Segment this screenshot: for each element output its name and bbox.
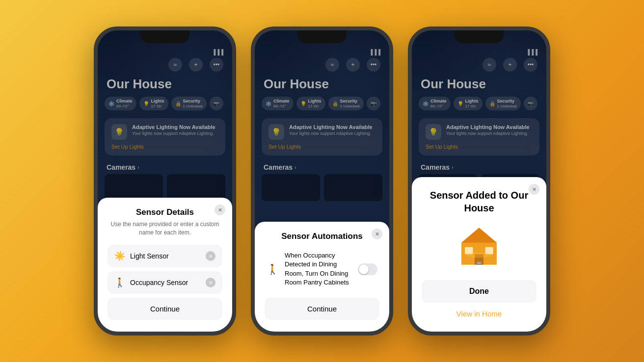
svg-marker-1 xyxy=(461,228,497,243)
sensor-added-sheet: ✕ Sensor Added to Our House xyxy=(412,177,546,332)
house-illustration xyxy=(457,224,501,268)
svg-point-5 xyxy=(466,253,492,258)
occupancy-auto-icon: 🚶 xyxy=(267,263,279,275)
occupancy-sensor-name: Occupancy Sensor xyxy=(130,279,188,286)
sheet-title-1: Sensor Details xyxy=(107,207,222,217)
sensor-left-occupancy: 🚶 Occupancy Sensor xyxy=(114,277,188,288)
close-btn-2[interactable]: ✕ xyxy=(372,229,382,239)
light-sensor-icon: ☀️ xyxy=(114,251,125,261)
house-icon-wrap xyxy=(422,224,537,268)
automation-item: 🚶 When Occupancy Detected in Dining Room… xyxy=(265,244,379,294)
sensor-automations-sheet: ✕ Sensor Automations 🚶 When Occupancy De… xyxy=(255,222,389,332)
success-title: Sensor Added to Our House xyxy=(422,189,537,214)
occupancy-sensor-icon: 🚶 xyxy=(114,277,125,288)
phone-screen-2: ▐▐▐ ≈ + ••• Our House ❄️ Climate 60–72° … xyxy=(255,30,389,332)
light-sensor-name: Light Sensor xyxy=(130,252,169,260)
phone-1: ▐▐▐ ≈ + ••• Our House ❄️ Climate 60–72° … xyxy=(94,26,236,336)
sensor-details-sheet: ✕ Sensor Details Use the name provided o… xyxy=(98,198,232,332)
automation-toggle[interactable] xyxy=(358,263,377,275)
sensor-item-light[interactable]: ☀️ Light Sensor ✕ xyxy=(107,245,222,267)
phone-screen-3: ▐▐▐ ≈ + ••• Our House ❄️ Climate 60–72° … xyxy=(412,30,546,332)
sensor-item-occupancy[interactable]: 🚶 Occupancy Sensor ✕ xyxy=(107,271,222,294)
close-btn-3[interactable]: ✕ xyxy=(529,184,539,195)
occupancy-sensor-clear[interactable]: ✕ xyxy=(206,278,215,287)
auto-text: When Occupancy Detected in Dining Room, … xyxy=(285,251,352,287)
sensor-left-light: ☀️ Light Sensor xyxy=(114,251,169,261)
phone-3: ▐▐▐ ≈ + ••• Our House ❄️ Climate 60–72° … xyxy=(408,26,550,336)
sheet-subtitle-1: Use the name provided or enter a custom … xyxy=(107,220,222,237)
continue-btn-2[interactable]: Continue xyxy=(265,298,379,320)
phone-screen-1: ▐▐▐ ≈ + ••• Our House ❄️ Climate 60–72° … xyxy=(98,30,232,332)
phone-2: ▐▐▐ ≈ + ••• Our House ❄️ Climate 60–72° … xyxy=(251,26,393,336)
done-btn[interactable]: Done xyxy=(422,280,537,303)
close-btn-1[interactable]: ✕ xyxy=(215,205,225,215)
light-sensor-clear[interactable]: ✕ xyxy=(206,251,215,261)
svg-rect-7 xyxy=(477,262,481,264)
view-home-btn[interactable]: View in Home xyxy=(422,310,537,318)
sheet-title-2: Sensor Automations xyxy=(265,232,379,241)
continue-btn-1[interactable]: Continue xyxy=(107,298,222,320)
